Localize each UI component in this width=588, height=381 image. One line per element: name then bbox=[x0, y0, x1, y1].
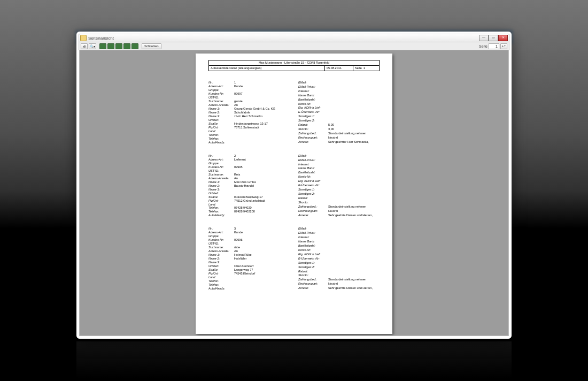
field-label: Rechnungsart: bbox=[298, 136, 327, 140]
field-value: Industriehauptweg 17 bbox=[234, 195, 298, 199]
field-value bbox=[328, 192, 380, 196]
field-value bbox=[328, 163, 380, 167]
field-value bbox=[328, 196, 380, 201]
field-label: Bankleitzahl: bbox=[298, 171, 327, 175]
field-label: EMail: bbox=[298, 81, 327, 85]
field-label: Telefon: bbox=[208, 279, 233, 283]
field-label: E-Überweis.-Nr: bbox=[298, 110, 327, 115]
field-value bbox=[234, 137, 298, 141]
field-value: Schuhfabrik bbox=[234, 111, 298, 115]
page-spin-buttons[interactable]: ▲▼ bbox=[500, 43, 507, 49]
field-label: Zahlungsbed.: bbox=[298, 278, 327, 282]
field-label: Adress-Anrede: bbox=[208, 249, 233, 253]
view-4page-button[interactable] bbox=[123, 43, 130, 49]
field-label: Name 2: bbox=[208, 184, 233, 188]
field-value bbox=[328, 231, 380, 235]
field-label: Land: bbox=[208, 129, 233, 133]
field-value: Standardeinstellung nehmen bbox=[328, 205, 380, 209]
close-preview-button[interactable]: Schließen bbox=[142, 43, 161, 49]
field-value bbox=[328, 235, 380, 240]
field-value: Sehr geehrte Damen und Herren, bbox=[328, 214, 380, 218]
field-label: Kunden-Nr: bbox=[208, 238, 233, 242]
field-value bbox=[328, 248, 380, 253]
field-value bbox=[234, 279, 298, 283]
field-label: Eig. KDNr.b.Lief: bbox=[298, 179, 327, 184]
field-label: Adress-Anrede: bbox=[208, 103, 233, 107]
close-window-button[interactable]: ✕ bbox=[498, 35, 508, 41]
field-value: Standardeinstellung nehmen bbox=[328, 278, 380, 282]
field-value bbox=[234, 192, 298, 195]
field-value: Sehr geehrter Herr Schmacko, bbox=[328, 140, 380, 144]
page-label: Seite bbox=[479, 44, 488, 48]
field-label: Sonstiges 2: bbox=[298, 119, 327, 123]
field-label: Nr.: bbox=[208, 81, 233, 85]
field-label: Telefax: bbox=[208, 210, 233, 214]
print-button[interactable]: 🖨 bbox=[81, 43, 88, 49]
page-number-input[interactable]: 1 bbox=[489, 43, 499, 49]
field-label: Adress-Art: bbox=[208, 85, 233, 88]
field-value bbox=[328, 240, 380, 244]
view-1page-button[interactable] bbox=[99, 43, 106, 49]
field-value bbox=[328, 154, 380, 158]
field-label: Anrede: bbox=[298, 286, 327, 291]
toolbar: 🖨 🔍▾ Schließen Seite 1 ▲▼ bbox=[79, 42, 509, 50]
field-label: Konto-Nr: bbox=[298, 248, 327, 253]
field-value: 2 bbox=[234, 154, 298, 158]
field-value bbox=[328, 85, 380, 89]
field-label: Name Bank: bbox=[298, 240, 327, 244]
report-page: Seite 1 bbox=[353, 66, 379, 71]
field-value bbox=[328, 273, 380, 278]
field-label: Name 2: bbox=[208, 257, 233, 261]
field-label: Name 1: bbox=[208, 107, 233, 111]
field-label: EMail-Privat: bbox=[298, 231, 327, 235]
field-value bbox=[328, 201, 380, 205]
report-header: Max Mustermann - Lilienstraße 15 - 72348… bbox=[208, 60, 380, 71]
field-label: Plz/Ort: bbox=[208, 272, 233, 276]
field-label: Rabatt: bbox=[298, 270, 327, 274]
field-value bbox=[234, 234, 298, 238]
maximize-button[interactable]: ▭ bbox=[489, 35, 498, 41]
field-value bbox=[328, 102, 380, 106]
report-date: 05.08.2011 bbox=[324, 66, 353, 71]
view-2page-button[interactable] bbox=[107, 43, 114, 49]
field-label: Rabatt: bbox=[298, 123, 327, 127]
field-value bbox=[234, 283, 298, 287]
field-label: Adress-Anrede: bbox=[208, 177, 233, 180]
report-owner: Max Mustermann - Lilienstraße 15 - 72348… bbox=[209, 60, 379, 66]
field-value: Ober-Kleindorf bbox=[234, 264, 298, 268]
field-label: Gruppe: bbox=[208, 88, 233, 92]
field-value bbox=[328, 81, 380, 85]
field-label: Telefon: bbox=[208, 206, 233, 210]
field-value: 5,00 bbox=[328, 123, 380, 127]
field-value: 09995 bbox=[234, 165, 298, 169]
field-label: Nr.: bbox=[208, 154, 233, 158]
field-label: Nr.: bbox=[208, 227, 233, 231]
field-value bbox=[328, 158, 380, 163]
field-value: Lieferant bbox=[234, 158, 298, 162]
field-label: Straße: bbox=[208, 268, 233, 272]
field-value bbox=[328, 257, 380, 261]
field-label: Skonto: bbox=[298, 273, 327, 278]
field-value bbox=[328, 261, 380, 265]
field-label: Bankleitzahl: bbox=[298, 244, 327, 248]
field-value: 3 bbox=[234, 227, 298, 231]
field-label: Zahlungsbed.: bbox=[298, 132, 327, 136]
field-value: An bbox=[234, 249, 298, 253]
view-6page-button[interactable] bbox=[131, 43, 138, 49]
field-label: UST-ID: bbox=[208, 169, 233, 173]
field-value bbox=[328, 110, 380, 115]
field-value bbox=[328, 265, 380, 270]
view-3page-button[interactable] bbox=[115, 43, 122, 49]
field-value bbox=[328, 175, 380, 179]
field-label: UST-ID: bbox=[208, 96, 233, 100]
field-value: 07428 9402200 bbox=[234, 210, 298, 214]
field-label: EMail: bbox=[298, 227, 327, 231]
field-label: Straße: bbox=[208, 122, 233, 126]
field-value: Kunde bbox=[234, 85, 298, 88]
field-value: Georg Gerste GmbH & Co. KG bbox=[234, 107, 298, 111]
field-value bbox=[328, 179, 380, 184]
field-value: gerste bbox=[234, 100, 298, 103]
field-value bbox=[234, 129, 298, 133]
zoom-dropdown[interactable]: 🔍▾ bbox=[89, 43, 96, 49]
minimize-button[interactable]: — bbox=[479, 35, 489, 41]
